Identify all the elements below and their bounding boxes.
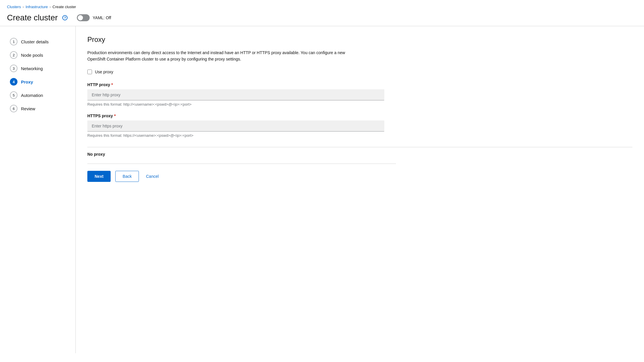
breadcrumb-infrastructure[interactable]: Infrastructure [26,5,48,9]
yaml-toggle-switch[interactable] [77,14,90,21]
step-label-3: Networking [21,66,43,71]
breadcrumb-clusters[interactable]: Clusters [7,5,21,9]
use-proxy-row: Use proxy [87,70,632,74]
sidebar: 1 Cluster details 2 Node pools 3 Network… [0,26,76,353]
breadcrumb-current: Create cluster [52,5,76,9]
http-proxy-group: HTTP proxy * Requires this format: http:… [87,82,384,107]
action-row: Next Back Cancel [87,171,632,191]
sidebar-item-review[interactable]: 6 Review [7,102,68,115]
cancel-button[interactable]: Cancel [144,171,161,182]
breadcrumb-sep-2: › [49,5,51,9]
https-proxy-input[interactable] [87,120,384,132]
step-label-2: Node pools [21,53,43,58]
step-num-1: 1 [10,38,17,45]
step-num-6: 6 [10,105,17,112]
step-num-5: 5 [10,91,17,99]
step-list: 1 Cluster details 2 Node pools 3 Network… [7,36,68,115]
step-label-6: Review [21,106,35,111]
main-layout: 1 Cluster details 2 Node pools 3 Network… [0,26,644,353]
step-num-3: 3 [10,65,17,72]
step-label-5: Automation [21,93,43,98]
breadcrumb: Clusters › Infrastructure › Create clust… [7,5,637,9]
http-proxy-required-star: * [111,82,113,87]
sidebar-item-proxy[interactable]: 4 Proxy [7,76,68,88]
step-num-4: 4 [10,78,17,86]
http-proxy-hint: Requires this format: http://<username>:… [87,102,384,107]
section-description: Production environments can deny direct … [87,49,349,63]
sidebar-item-automation[interactable]: 5 Automation [7,89,68,101]
page-title-row: Create cluster ? YAML: Off [7,13,637,22]
https-proxy-label: HTTPS proxy * [87,113,384,118]
help-icon[interactable]: ? [62,15,68,20]
https-proxy-required-star: * [114,113,116,118]
top-header: Clusters › Infrastructure › Create clust… [0,0,644,26]
toggle-slider [77,14,90,21]
breadcrumb-sep-1: › [23,5,24,9]
https-proxy-hint: Requires this format: https://<username>… [87,133,384,138]
page-title: Create cluster [7,13,58,22]
http-proxy-input[interactable] [87,89,384,100]
no-proxy-section: No proxy [87,147,632,157]
section-title: Proxy [87,36,632,44]
no-proxy-label: No proxy [87,152,632,157]
use-proxy-checkbox[interactable] [87,70,92,74]
back-button[interactable]: Back [115,171,139,182]
yaml-toggle-row: YAML: Off [77,14,111,21]
step-num-2: 2 [10,51,17,59]
bottom-divider [87,164,396,164]
yaml-toggle-label: YAML: Off [93,15,111,20]
https-proxy-group: HTTPS proxy * Requires this format: http… [87,113,384,138]
next-button[interactable]: Next [87,171,111,182]
content-area: Proxy Production environments can deny d… [76,26,644,353]
step-label-4: Proxy [21,79,33,84]
sidebar-item-networking[interactable]: 3 Networking [7,62,68,74]
http-proxy-label: HTTP proxy * [87,82,384,87]
sidebar-item-node-pools[interactable]: 2 Node pools [7,49,68,61]
sidebar-item-cluster-details[interactable]: 1 Cluster details [7,36,68,48]
step-label-1: Cluster details [21,39,49,44]
use-proxy-label[interactable]: Use proxy [95,70,113,74]
